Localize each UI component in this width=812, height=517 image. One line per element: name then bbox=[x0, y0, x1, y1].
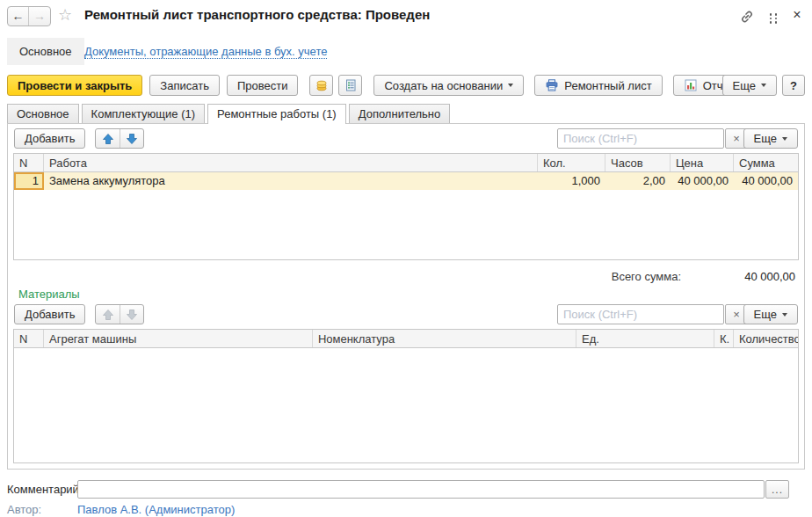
materials-more-button[interactable]: Еще bbox=[743, 304, 798, 324]
materials-table: N Агрегат машины Номенклатура Ед. К. Кол… bbox=[13, 329, 799, 463]
works-row-number-cell[interactable]: 1 bbox=[14, 172, 44, 190]
tab-main[interactable]: Основное bbox=[7, 104, 79, 123]
command-bar-right: Еще ? bbox=[722, 75, 805, 96]
coins-icon bbox=[315, 78, 329, 92]
back-button[interactable]: ← bbox=[8, 7, 29, 25]
works-table: N Работа Кол. Часов Цена Сумма 1 Замена … bbox=[13, 153, 799, 260]
bar-chart-icon bbox=[684, 78, 698, 92]
materials-toolbar: Добавить × Еще bbox=[14, 304, 798, 325]
arrow-up-icon bbox=[102, 133, 114, 145]
history-nav: ← → bbox=[7, 6, 51, 26]
close-button[interactable]: × bbox=[788, 6, 806, 24]
form-tabs: Основное Комплектующие (1) Ремонтные раб… bbox=[7, 104, 453, 124]
materials-search-input[interactable] bbox=[557, 304, 724, 324]
form-more-button[interactable]: Еще bbox=[722, 75, 777, 96]
arrow-down-icon-disabled bbox=[126, 309, 138, 321]
works-col-price[interactable]: Цена bbox=[671, 154, 734, 171]
close-icon: × bbox=[793, 7, 801, 23]
help-button[interactable]: ? bbox=[782, 75, 805, 96]
materials-table-header: N Агрегат машины Номенклатура Ед. К. Кол… bbox=[14, 330, 798, 348]
works-more-button[interactable]: Еще bbox=[743, 128, 798, 149]
materials-move-up-button[interactable] bbox=[96, 305, 120, 324]
materials-col-nomenclature[interactable]: Номенклатура bbox=[313, 330, 576, 347]
dropdown-arrow-icon bbox=[761, 84, 766, 87]
favorite-star-icon[interactable]: ☆ bbox=[58, 5, 72, 25]
forward-button[interactable]: → bbox=[29, 7, 50, 25]
materials-section-title: Материалы bbox=[18, 288, 80, 301]
materials-add-label: Добавить bbox=[25, 308, 75, 321]
back-icon: ← bbox=[12, 9, 25, 23]
repair-works-panel: Добавить × Еще N Работ bbox=[7, 123, 805, 470]
works-row-price-cell[interactable]: 40 000,00 bbox=[671, 172, 734, 190]
author-link[interactable]: Павлов А.В. (Администратор) bbox=[77, 503, 235, 516]
arrow-down-icon bbox=[126, 133, 138, 145]
tab-repair-works[interactable]: Ремонтные работы (1) bbox=[207, 104, 346, 124]
forward-icon: → bbox=[33, 9, 46, 23]
show-postings-button[interactable] bbox=[309, 75, 333, 96]
post-and-close-button[interactable]: Провести и закрыть bbox=[7, 75, 142, 96]
comment-label: Комментарий: bbox=[7, 483, 83, 496]
clear-icon: × bbox=[733, 308, 740, 321]
works-col-qty[interactable]: Кол. bbox=[538, 154, 605, 171]
materials-move-down-button[interactable] bbox=[120, 305, 143, 324]
works-move-down-button[interactable] bbox=[120, 129, 143, 148]
works-row-work-cell[interactable]: Замена аккумулятора bbox=[44, 172, 538, 190]
materials-more-label: Еще bbox=[754, 308, 777, 321]
works-row-hours-cell[interactable]: 2,00 bbox=[605, 172, 671, 190]
works-col-hours[interactable]: Часов bbox=[605, 154, 671, 171]
accounting-documents-link[interactable]: Документы, отражающие данные в бух. учет… bbox=[84, 45, 327, 59]
arrow-up-icon-disabled bbox=[102, 309, 114, 321]
clear-icon: × bbox=[733, 132, 740, 145]
create-based-on-label: Создать на основании bbox=[384, 79, 503, 92]
works-move-up-button[interactable] bbox=[96, 129, 120, 148]
works-add-button[interactable]: Добавить bbox=[14, 128, 85, 149]
works-row-qty-cell[interactable]: 1,000 bbox=[538, 172, 605, 190]
print-repair-sheet-label: Ремонтный лист bbox=[564, 79, 651, 92]
document-list-icon bbox=[344, 78, 358, 92]
related-documents-button[interactable] bbox=[338, 75, 362, 96]
works-more-label: Еще bbox=[754, 132, 777, 145]
printer-icon bbox=[545, 78, 559, 92]
materials-col-n[interactable]: N bbox=[14, 330, 44, 347]
post-label: Провести bbox=[237, 79, 288, 92]
materials-add-button[interactable]: Добавить bbox=[14, 304, 85, 324]
materials-move-buttons bbox=[95, 304, 144, 324]
works-toolbar: Добавить × Еще bbox=[14, 128, 798, 149]
works-add-label: Добавить bbox=[25, 132, 75, 145]
works-table-row[interactable]: 1 Замена аккумулятора 1,000 2,00 40 000,… bbox=[14, 172, 798, 190]
print-repair-sheet-button[interactable]: Ремонтный лист bbox=[534, 75, 662, 96]
works-col-work[interactable]: Работа bbox=[44, 154, 538, 171]
materials-col-quantity[interactable]: Количество bbox=[734, 330, 798, 347]
post-button[interactable]: Провести bbox=[227, 75, 299, 96]
works-col-sum[interactable]: Сумма bbox=[734, 154, 798, 171]
dropdown-arrow-icon bbox=[782, 313, 787, 317]
repair-sheet-form: ← → ☆ Ремонтный лист транспортного средс… bbox=[0, 0, 812, 517]
works-search-input[interactable] bbox=[557, 128, 724, 149]
dropdown-arrow-icon bbox=[782, 137, 787, 141]
create-based-on-button[interactable]: Создать на основании bbox=[373, 75, 524, 96]
tab-additional[interactable]: Дополнительно bbox=[349, 104, 451, 123]
tab-components[interactable]: Комплектующие (1) bbox=[82, 104, 205, 123]
link-icon bbox=[739, 9, 755, 25]
comment-expand-button[interactable]: ... bbox=[765, 480, 789, 499]
materials-col-aggregate[interactable]: Агрегат машины bbox=[44, 330, 313, 347]
total-sum-label: Всего сумма: bbox=[612, 270, 681, 283]
copy-link-button[interactable] bbox=[738, 8, 756, 25]
works-row-sum-cell[interactable]: 40 000,00 bbox=[734, 172, 798, 190]
dropdown-arrow-icon bbox=[508, 84, 513, 87]
command-bar: Провести и закрыть Записать Провести bbox=[7, 75, 764, 96]
page-title: Ремонтный лист транспортного средства: П… bbox=[84, 7, 430, 22]
more-dots-icon bbox=[770, 13, 778, 24]
ellipsis-icon: ... bbox=[772, 484, 783, 496]
save-button[interactable]: Записать bbox=[149, 75, 220, 96]
comment-input[interactable] bbox=[77, 480, 765, 499]
more-menu-button[interactable] bbox=[765, 10, 782, 27]
materials-col-k[interactable]: К. bbox=[714, 330, 734, 347]
works-table-header: N Работа Кол. Часов Цена Сумма bbox=[14, 154, 798, 172]
materials-col-unit[interactable]: Ед. bbox=[576, 330, 714, 347]
works-move-buttons bbox=[95, 128, 144, 149]
works-col-n[interactable]: N bbox=[14, 154, 44, 171]
nav-tab-main[interactable]: Основное bbox=[7, 38, 84, 65]
total-sum-value: 40 000,00 bbox=[681, 270, 795, 283]
works-total-row: Всего сумма: 40 000,00 bbox=[13, 270, 795, 283]
